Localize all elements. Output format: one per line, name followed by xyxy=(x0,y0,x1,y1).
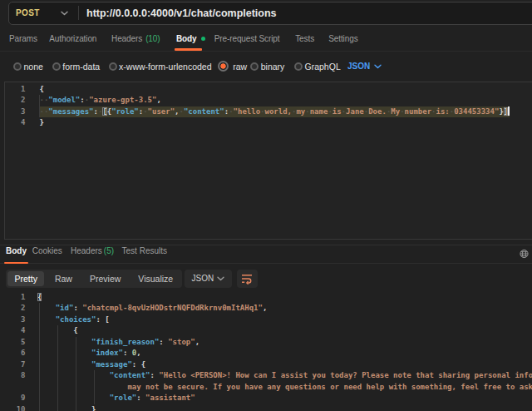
code-text: ··"model":·"azure-gpt-3.5", xyxy=(40,95,161,106)
body-type-none[interactable]: none xyxy=(13,62,43,72)
code-line: 2··"model":·"azure-gpt-3.5", xyxy=(5,95,532,106)
view-mode-pretty[interactable]: Pretty xyxy=(7,271,44,287)
code-token xyxy=(37,349,91,357)
tab-label: Test Results xyxy=(122,246,167,255)
code-token: , xyxy=(263,304,267,312)
method-selector[interactable]: POST xyxy=(9,2,78,25)
code-token: "id" xyxy=(56,304,74,312)
response-tab-cookies[interactable]: Cookies xyxy=(32,240,62,263)
tab-authorization[interactable]: Authorization xyxy=(49,27,96,51)
whitespace-dot: · xyxy=(292,107,296,116)
code-token: "messages" xyxy=(48,107,93,116)
text-cursor xyxy=(508,106,510,116)
line-number: 10 xyxy=(0,404,37,411)
line-number: 5 xyxy=(0,337,37,349)
chevron-down-icon xyxy=(217,276,224,281)
line-number: 4 xyxy=(5,117,40,128)
whitespace-dot: · xyxy=(450,107,454,116)
tab-tests[interactable]: Tests xyxy=(295,27,314,51)
radio-label: GraphQL xyxy=(305,62,341,72)
tab-settings[interactable]: Settings xyxy=(328,27,357,51)
globe-icon xyxy=(520,249,529,258)
response-tab-list: BodyCookiesHeaders(5)Test Results xyxy=(6,240,167,263)
wrap-text-button[interactable] xyxy=(237,270,258,289)
code-token xyxy=(37,405,91,411)
code-token: "chatcmpl-8qvUzHODstrNQFDdRkrnv0mItAHq1" xyxy=(82,304,263,312)
code-token: "role" xyxy=(111,107,139,116)
body-type-row: noneform-datax-www-form-urlencodedrawbin… xyxy=(0,52,532,82)
body-type-binary[interactable]: binary xyxy=(250,62,284,72)
format-selector[interactable]: JSON xyxy=(185,270,233,289)
code-line: 2 "id": "chatcmpl-8qvUzHODstrNQFDdRkrnv0… xyxy=(0,303,532,314)
request-editor[interactable]: 1{2··"model":·"azure-gpt-3.5",3··"messag… xyxy=(4,82,532,240)
code-token: "stop" xyxy=(168,338,195,346)
url-bar: POST http://0.0.0.0:4000/v1/chat/complet… xyxy=(8,2,532,26)
tab-label: Headers xyxy=(71,246,102,255)
tab-body[interactable]: Body xyxy=(176,27,205,51)
radio-icon xyxy=(52,62,61,71)
radio-label: binary xyxy=(261,62,285,72)
response-editor[interactable]: 1{2 "id": "chatcmpl-8qvUzHODstrNQFDdRkrn… xyxy=(0,290,532,411)
code-text: "finish_reason": "stop", xyxy=(37,337,200,349)
code-text: "role": "assistant" xyxy=(37,393,195,404)
globe-icon[interactable] xyxy=(520,249,529,260)
code-text: "message": { xyxy=(37,359,145,371)
whitespace-dot: · xyxy=(342,107,346,116)
tab-label: Authorization xyxy=(49,34,96,43)
whitespace-dot: · xyxy=(364,107,368,116)
response-tabs: BodyCookiesHeaders(5)Test Results xyxy=(0,240,532,264)
response-tab-headers[interactable]: Headers(5) xyxy=(71,240,114,263)
body-type-graphql[interactable]: GraphQL xyxy=(294,62,341,72)
view-mode-preview[interactable]: Preview xyxy=(82,271,127,287)
code-text: "choices": [ xyxy=(37,314,110,326)
line-number: 2 xyxy=(0,303,37,314)
tab-params[interactable]: Params xyxy=(9,27,37,51)
code-line: 1{ xyxy=(0,292,532,304)
code-token: "index" xyxy=(91,349,123,357)
green-dot-icon xyxy=(201,37,205,41)
line-number: 1 xyxy=(5,84,40,95)
radio-selected-icon xyxy=(218,61,229,72)
radio-label: none xyxy=(24,62,43,72)
code-token xyxy=(37,394,110,402)
line-number: 1 xyxy=(0,292,37,304)
code-text: { xyxy=(40,84,44,95)
code-token: { xyxy=(40,85,44,93)
code-text: { xyxy=(37,292,42,304)
view-mode-group: PrettyRawPreviewVisualize xyxy=(6,270,182,289)
response-tab-test-results[interactable]: Test Results xyxy=(122,240,167,263)
whitespace-dot: · xyxy=(400,107,404,116)
code-line: 7 "message": { xyxy=(0,359,532,371)
code-token: [ xyxy=(105,315,109,324)
code-line: may not be secure. If you have any quest… xyxy=(0,382,532,394)
tab-pre-request-script[interactable]: Pre-request Script xyxy=(214,27,280,51)
line-number: 8 xyxy=(0,370,37,382)
tab-label: Params xyxy=(9,34,37,43)
code-token: "choices" xyxy=(56,315,96,324)
whitespace-dot: · xyxy=(260,107,264,116)
request-tabs: ParamsAuthorizationHeaders(10)BodyPre-re… xyxy=(0,27,532,52)
tab-label: Body xyxy=(176,34,197,43)
tab-label: Tests xyxy=(295,34,314,43)
body-type-raw[interactable]: raw xyxy=(218,61,247,72)
view-mode-visualize[interactable]: Visualize xyxy=(131,271,180,287)
raw-language-selector[interactable]: JSON xyxy=(347,62,382,71)
code-token: { xyxy=(37,293,42,301)
code-text: ··"messages":·[{"role":·"user",·"content… xyxy=(40,106,510,117)
radio-icon xyxy=(109,62,117,71)
code-token: "content" xyxy=(184,107,224,116)
view-mode-raw[interactable]: Raw xyxy=(47,271,79,287)
body-type-form-data[interactable]: form-data xyxy=(52,62,100,72)
radio-label: x-www-form-urlencoded xyxy=(119,62,211,72)
code-text: { xyxy=(37,325,78,337)
code-token xyxy=(37,304,56,312)
code-line: 4 { xyxy=(0,325,532,337)
body-type-x-www-form-urlencoded[interactable]: x-www-form-urlencoded xyxy=(109,62,212,72)
code-token xyxy=(37,360,91,369)
code-line: 8 "content": "Hello <PERSON>! How can I … xyxy=(0,370,532,382)
url-input[interactable]: http://0.0.0.0:4000/v1/chat/completions xyxy=(86,7,277,19)
line-number: 3 xyxy=(5,106,40,117)
tab-headers[interactable]: Headers(10) xyxy=(111,27,160,51)
response-tab-body[interactable]: Body xyxy=(6,240,27,263)
code-token xyxy=(37,326,73,334)
